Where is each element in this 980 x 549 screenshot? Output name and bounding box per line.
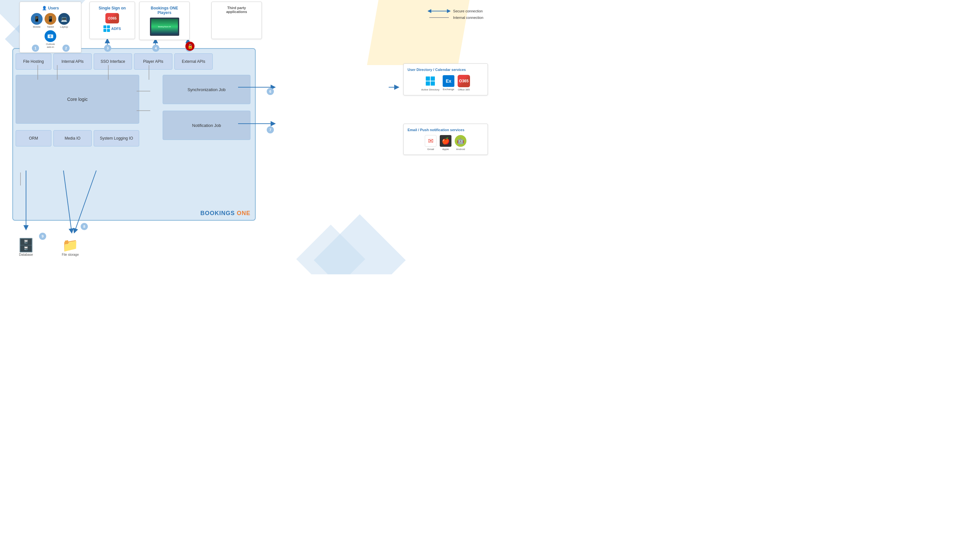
internal-label: Internal connection bbox=[453, 16, 483, 19]
outlook-label: Outlook add-in bbox=[44, 43, 57, 48]
exchange-service: Ex Exchange bbox=[443, 75, 454, 91]
lock-icon: 🔒 bbox=[185, 41, 194, 51]
player-apis-box: Player APIs bbox=[134, 53, 172, 70]
third-party-box: Third party applications bbox=[212, 2, 262, 39]
windows-ad-icon bbox=[426, 77, 435, 86]
player-screen-inner: Meeting Room 64 bbox=[151, 19, 178, 35]
file-storage-component: 📁 File storage bbox=[62, 238, 79, 257]
outlook-icon-item: 📧 Outlook add-in bbox=[44, 30, 57, 48]
active-directory-service: Active Directory bbox=[421, 75, 439, 91]
sync-job-box: Synchronization Job bbox=[162, 75, 250, 104]
android-label: Android bbox=[456, 148, 465, 151]
mobile-icon-item: 📱 Mobile bbox=[31, 13, 43, 28]
media-io-box: Media IO bbox=[53, 130, 92, 147]
sso-title: Single Sign on bbox=[95, 6, 129, 10]
active-directory-icon bbox=[424, 75, 436, 87]
directory-icons-row: Active Directory Ex Exchange O365 Office… bbox=[407, 75, 484, 91]
bookings-text: BOOKINGS ONE bbox=[200, 210, 250, 216]
windows-icon bbox=[103, 26, 110, 32]
num-circle-4: 4 bbox=[152, 45, 159, 52]
user-directory-panel: User Directory / Calendar services Activ… bbox=[403, 64, 488, 95]
notification-title: Email / Push notification services bbox=[407, 128, 484, 132]
players-title: Bookings ONE Players bbox=[145, 6, 184, 15]
gmail-icon: ✉ bbox=[425, 135, 436, 147]
office365-sso-icon: O365 bbox=[105, 13, 119, 24]
laptop-icon-item: 💻 Laptop bbox=[58, 13, 70, 28]
sso-interface-box: SSO Interface bbox=[94, 53, 132, 70]
database-icon: 🗄️ bbox=[18, 238, 34, 253]
notification-panel: Email / Push notification services ✉ Gma… bbox=[403, 124, 488, 155]
mobile-label: Mobile bbox=[33, 26, 41, 28]
laptop-icon: 💻 bbox=[58, 13, 70, 25]
notification-job-box: Notification Job bbox=[162, 111, 250, 140]
num-circle-8: 8 bbox=[81, 223, 88, 230]
file-storage-icon: 📁 bbox=[62, 238, 79, 253]
top-components-row: File Hosting Internal APIs SSO Interface… bbox=[16, 53, 213, 70]
users-box: 👤 Users 📱 Mobile 📱 Tablet 💻 Laptop 📧 bbox=[19, 2, 81, 53]
num-circle-2: 2 bbox=[62, 45, 70, 52]
android-service: 🤖 Android bbox=[455, 135, 466, 151]
sso-icons: O365 ADFS bbox=[95, 13, 129, 32]
mobile-icon: 📱 bbox=[31, 13, 43, 25]
num-circle-6: 6 bbox=[267, 88, 274, 95]
legend: Secure connection Internal connection bbox=[428, 9, 483, 19]
bookings-logo: BOOKINGS ONE bbox=[200, 210, 250, 217]
users-icons-row: 📱 Mobile 📱 Tablet 💻 Laptop 📧 Outlook add… bbox=[25, 13, 76, 48]
outlook-icon: 📧 bbox=[45, 30, 56, 42]
database-label: Database bbox=[18, 253, 34, 257]
exchange-icon: Ex bbox=[443, 75, 454, 87]
main-wrapper: Secure connection Internal connection 👤 … bbox=[0, 0, 490, 274]
player-screen: Meeting Room 64 bbox=[150, 18, 179, 36]
external-apis-box: External APIs bbox=[174, 53, 213, 70]
office365-label: Office 365 bbox=[458, 88, 470, 91]
user-directory-title: User Directory / Calendar services bbox=[407, 68, 484, 72]
office365-directory-icon: O365 bbox=[458, 75, 470, 87]
orm-box: ORM bbox=[16, 130, 51, 147]
internal-apis-box: Internal APIs bbox=[53, 53, 92, 70]
num-circle-3: 3 bbox=[104, 45, 111, 52]
android-icon: 🤖 bbox=[455, 135, 466, 147]
database-component: 🗄️ Database bbox=[18, 238, 34, 257]
active-directory-label: Active Directory bbox=[421, 88, 439, 91]
internal-line-icon bbox=[428, 16, 450, 19]
users-title: 👤 Users bbox=[25, 6, 76, 10]
num-circle-7: 7 bbox=[267, 126, 274, 133]
sso-box: Single Sign on O365 ADFS bbox=[89, 2, 135, 39]
users-icon: 👤 bbox=[42, 6, 47, 10]
tablet-icon: 📱 bbox=[45, 13, 56, 25]
tablet-label: Tablet bbox=[47, 26, 54, 28]
file-hosting-box: File Hosting bbox=[16, 53, 51, 70]
office365-service: O365 Office 365 bbox=[458, 75, 470, 91]
arch-container: File Hosting Internal APIs SSO Interface… bbox=[12, 48, 256, 221]
num-circle-1: 1 bbox=[32, 45, 39, 52]
apple-label: Apple bbox=[442, 148, 449, 151]
bottom-components-row: ORM Media IO System Logging IO bbox=[16, 130, 139, 147]
gmail-service: ✉ Gmail bbox=[425, 135, 436, 151]
secure-line-icon bbox=[428, 9, 450, 13]
system-logging-box: System Logging IO bbox=[94, 130, 139, 147]
apple-service: 🍎 Apple bbox=[440, 135, 452, 151]
core-logic-box: Core logic bbox=[16, 75, 139, 124]
file-storage-label: File storage bbox=[62, 253, 79, 257]
notification-icons-row: ✉ Gmail 🍎 Apple 🤖 Android bbox=[407, 135, 484, 151]
legend-secure: Secure connection bbox=[428, 9, 483, 13]
apple-icon: 🍎 bbox=[440, 135, 452, 147]
third-party-title: Third party applications bbox=[217, 6, 256, 14]
num-circle-9: 9 bbox=[39, 233, 46, 240]
adfs-label: ADFS bbox=[111, 27, 121, 30]
legend-internal: Internal connection bbox=[428, 16, 483, 19]
exchange-label: Exchange bbox=[443, 88, 454, 91]
adfs-row: ADFS bbox=[103, 26, 121, 32]
players-box: Bookings ONE Players Meeting Room 64 bbox=[139, 2, 189, 40]
secure-label: Secure connection bbox=[453, 9, 483, 13]
tablet-icon-item: 📱 Tablet bbox=[45, 13, 56, 28]
laptop-label: Laptop bbox=[60, 26, 68, 28]
gmail-label: Gmail bbox=[427, 148, 434, 151]
